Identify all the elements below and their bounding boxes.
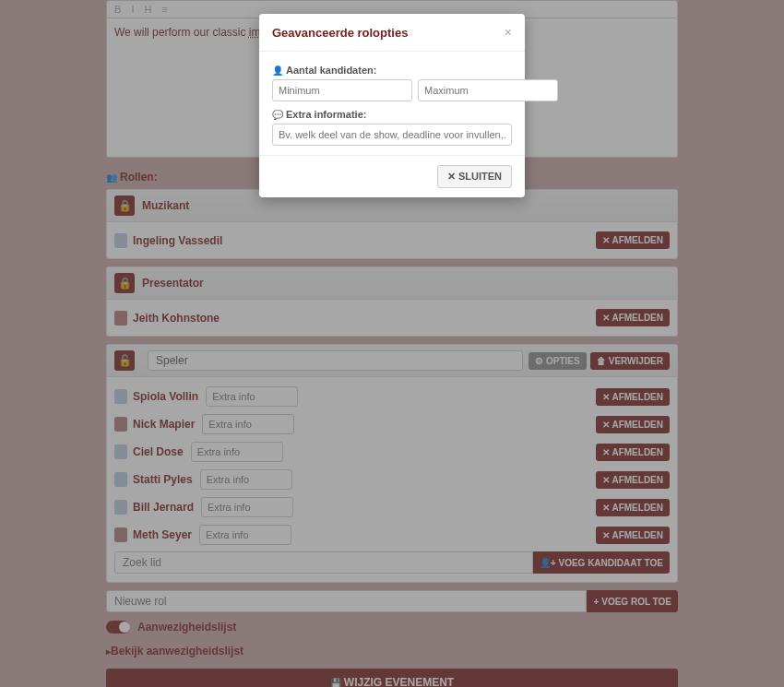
sluiten-button[interactable]: ✕ SLUITEN [437, 165, 512, 188]
user-icon: 👤 [272, 65, 283, 76]
extra-informatie-input[interactable] [272, 124, 512, 146]
modal-body: 👤Aantal kandidaten: 💬Extra informatie: [259, 52, 525, 155]
comment-icon: 💬 [272, 110, 283, 120]
modal-title: Geavanceerde rolopties [272, 26, 408, 40]
close-icon: ✕ [447, 171, 458, 182]
minimum-input[interactable] [272, 79, 412, 101]
close-icon[interactable]: × [505, 25, 512, 40]
aantal-kandidaten-label: 👤Aantal kandidaten: [272, 65, 512, 76]
maximum-input[interactable] [418, 79, 558, 101]
extra-informatie-label: 💬Extra informatie: [272, 109, 512, 120]
modal-header: Geavanceerde rolopties × [259, 14, 525, 52]
modal-footer: ✕ SLUITEN [259, 155, 525, 197]
rolopties-modal: Geavanceerde rolopties × 👤Aantal kandida… [259, 14, 525, 197]
